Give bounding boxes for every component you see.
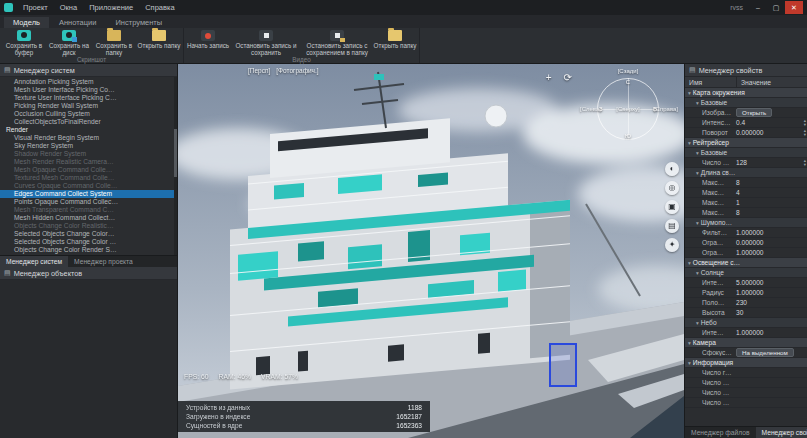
stepper[interactable]: ▴▾ (804, 119, 806, 127)
right-tab-0[interactable]: Менеджер файлов (685, 427, 756, 438)
prop-value[interactable]: 0.000000 (732, 239, 807, 246)
ribbon-button[interactable]: Сохранить в буфер (2, 29, 46, 56)
prop-value[interactable]: 8 (732, 209, 807, 216)
prop-sub[interactable]: ▾Шумопо… (685, 218, 807, 228)
tree-item[interactable]: Selected Objects Change Color… (0, 230, 177, 238)
tree-item[interactable]: Picking Render Wall System (0, 102, 177, 110)
prop-value[interactable]: 0.000000 (732, 129, 804, 136)
ribbon-button[interactable]: Сохранить в папку (92, 29, 136, 56)
tree-item[interactable]: Curves Opaque Command Colle… (0, 182, 177, 190)
prop-value[interactable]: 0.4 (732, 119, 804, 126)
ribbon-tab-1[interactable]: Аннотации (50, 17, 106, 28)
tree-item[interactable]: Mesh Hidden Command Collect… (0, 214, 177, 222)
tree-item[interactable]: Occlusion Culling System (0, 110, 177, 118)
ribbon-button[interactable]: Сохранить на диск (47, 29, 91, 56)
tree-item[interactable]: Sky Render System (0, 142, 177, 150)
stepper[interactable]: ▴▾ (804, 129, 806, 137)
tree-item[interactable]: Selected Objects Change Color … (0, 238, 177, 246)
prop-value[interactable]: 1 (732, 199, 807, 206)
viewport-mode-1[interactable]: [Фотографич.] (276, 67, 318, 74)
prop-value[interactable]: 1.000000 (732, 249, 807, 256)
tree-item[interactable]: Edges Command Collect System (0, 190, 177, 198)
tree-item[interactable]: Visual Render Begin System (0, 134, 177, 142)
prop-value-button[interactable]: На выделенном (736, 348, 794, 357)
ribbon-button[interactable]: Открыть папку (137, 29, 181, 56)
tree-item[interactable]: Mesh Transparent Command C… (0, 206, 177, 214)
prop-value[interactable]: 1.000000 (732, 229, 807, 236)
prop-sub[interactable]: ▾Длина св… (685, 168, 807, 178)
compass-south: Ю (625, 133, 631, 139)
prop-name: Макс… (685, 209, 732, 216)
tree-scrollbar[interactable] (174, 77, 177, 255)
tree-item[interactable]: Objects Change Color Realistic… (0, 222, 177, 230)
stepper-down-icon[interactable]: ▾ (804, 133, 806, 137)
prop-value[interactable]: 230 (732, 299, 807, 306)
prop-sub[interactable]: ▾Солнце (685, 268, 807, 278)
prop-value[interactable]: 30 (732, 309, 807, 316)
compass-label-back[interactable]: [Сзади] (618, 68, 639, 74)
prop-value-button[interactable]: Открыть (736, 108, 772, 117)
tree-item[interactable]: Mesh Render Realistic Camera… (0, 158, 177, 166)
tree-item[interactable]: Render (0, 126, 177, 134)
ribbon-button[interactable]: Остановить запись и сохранить (231, 29, 301, 56)
tree-item[interactable]: Mesh Opaque Command Colle… (0, 166, 177, 174)
maximize-button[interactable]: ▢ (767, 1, 785, 14)
menu-item-2[interactable]: Приложение (83, 2, 139, 13)
right-tab-1[interactable]: Менеджер свойств (756, 427, 807, 438)
left-tab-0[interactable]: Менеджер систем (0, 256, 68, 267)
viewport-mode-0[interactable]: [Персп] (248, 67, 270, 74)
prop-group[interactable]: ▾Освещение с… (685, 258, 807, 268)
stepper-down-icon[interactable]: ▾ (804, 163, 806, 167)
navigation-compass[interactable]: [Сзади] [Слева] [Сверху] [Справа] С Ю З … (588, 69, 668, 149)
tree-item[interactable]: Annotation Picking System (0, 78, 177, 86)
prop-value[interactable]: 128 (732, 159, 804, 166)
tree-item[interactable]: Objects Change Color Render S… (0, 246, 177, 254)
close-button[interactable]: ✕ (785, 1, 803, 14)
compass-label-right[interactable]: [Справа] (654, 106, 678, 112)
tree-item[interactable]: CollectObjectsToFinalRender (0, 118, 177, 126)
ribbon-tab-0[interactable]: Модель (4, 17, 49, 28)
ribbon-button[interactable]: Остановить запись с сохранением в папку (302, 29, 372, 56)
left-tab-1[interactable]: Менеджер проекта (68, 256, 139, 267)
ribbon-button[interactable]: Начать запись (186, 29, 230, 56)
material-sphere-icon[interactable]: ◐ (665, 162, 679, 176)
menu-item-0[interactable]: Проект (17, 2, 54, 13)
ribbon-button[interactable]: Открыть папку (373, 29, 417, 56)
effects-icon[interactable]: ✦ (665, 238, 679, 252)
stepper[interactable]: ▴▾ (804, 159, 806, 167)
compass-label-left[interactable]: [Слева] (580, 106, 601, 112)
stop-icon (259, 30, 273, 41)
prop-value[interactable]: 1.000000 (732, 329, 807, 336)
tree-scrollbar-thumb[interactable] (174, 129, 177, 177)
compass-label-top-view[interactable]: [Сверху] (616, 106, 639, 112)
tree-item[interactable]: Textured Mesh Command Colle… (0, 174, 177, 182)
objects-panel-header[interactable]: ▤ Менеджер объектов (0, 267, 177, 280)
viewport[interactable]: [Персп][Фотографич.] +⟳ [Сзади] [Слева] … (178, 64, 684, 438)
minimize-button[interactable]: – (749, 1, 767, 14)
menu-item-3[interactable]: Справка (139, 2, 180, 13)
prop-group[interactable]: ▾Рейтрейсер (685, 138, 807, 148)
prop-value[interactable]: 1.000000 (732, 289, 807, 296)
stepper-down-icon[interactable]: ▾ (804, 123, 806, 127)
layers-icon[interactable]: ▤ (665, 219, 679, 233)
prop-group[interactable]: ▾Карта окружения (685, 88, 807, 98)
prop-value[interactable]: 8 (732, 179, 807, 186)
prop-sub[interactable]: ▾Небо (685, 318, 807, 328)
prop-sub[interactable]: ▾Базовые (685, 148, 807, 158)
prop-sub[interactable]: ▾Базовые (685, 98, 807, 108)
render-sphere-icon[interactable]: ◎ (665, 181, 679, 195)
tree-item[interactable]: Shadow Render System (0, 150, 177, 158)
tree-item[interactable]: Points Opaque Command Collec… (0, 198, 177, 206)
prop-name: Поворот (685, 129, 732, 136)
prop-group[interactable]: ▾Камера (685, 338, 807, 348)
prop-value[interactable]: 4 (732, 189, 807, 196)
crosshair-icon[interactable]: + (546, 72, 552, 83)
ribbon-tab-2[interactable]: Инструменты (106, 17, 171, 28)
prop-value[interactable]: 5.000000 (732, 279, 807, 286)
menu-item-1[interactable]: Окна (54, 2, 83, 13)
tree-item[interactable]: Texture User Interface Picking C… (0, 94, 177, 102)
camera-icon[interactable]: ▣ (665, 200, 679, 214)
tree-item[interactable]: Mesh User Interface Picking Co… (0, 86, 177, 94)
orbit-icon[interactable]: ⟳ (564, 72, 572, 83)
prop-group[interactable]: ▾Информация (685, 358, 807, 368)
